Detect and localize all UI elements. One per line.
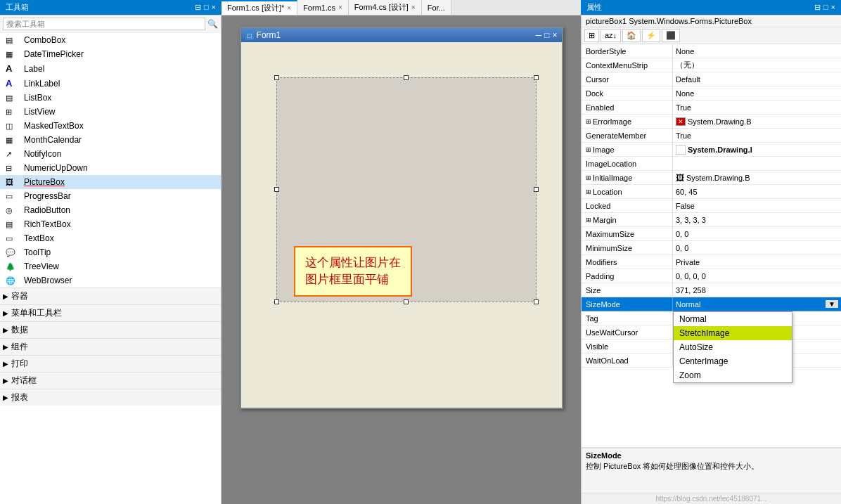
expand-icon-margin[interactable]: ⊞ — [586, 217, 591, 224]
toolbox-search-input[interactable] — [3, 18, 205, 30]
toolbox-search-row: 🔍 — [0, 15, 221, 33]
props-table: BorderStyle None ContextMenuStrip （无） Cu… — [582, 44, 841, 447]
toolbox-float-btn[interactable]: □ — [204, 3, 209, 12]
props-component-selector[interactable]: pictureBox1 System.Windows.Forms.Picture… — [582, 15, 841, 27]
dropdown-option-zoom[interactable]: Zoom — [674, 368, 792, 382]
tab-close-0[interactable]: × — [287, 4, 291, 12]
datetimepicker-icon: ▦ — [6, 50, 20, 59]
toolbox-group-data[interactable]: ▶ 数据 — [0, 321, 221, 338]
toolbox-item-treeview[interactable]: 🌲 TreeView — [0, 259, 221, 273]
notifyicon-icon: ↗ — [6, 150, 20, 159]
progressbar-icon: ▭ — [6, 192, 20, 201]
tab-form1-cs[interactable]: Form1.cs × — [297, 0, 349, 15]
expand-icon-image[interactable]: ⊞ — [586, 146, 591, 153]
toolbox-item-listview[interactable]: ⊞ ListView — [0, 105, 221, 119]
props-row-dock: Dock None — [582, 86, 841, 101]
group-arrow-menu: ▶ — [3, 309, 8, 317]
toolbox-item-monthcalendar[interactable]: ▦ MonthCalendar — [0, 133, 221, 147]
props-toolbar: ⊞ az↓ 🏠 ⚡ ⬛ — [582, 27, 841, 44]
props-pin-btn[interactable]: ⊟ — [814, 3, 821, 12]
toolbox-item-progressbar[interactable]: ▭ ProgressBar — [0, 189, 221, 203]
group-arrow-data: ▶ — [3, 326, 8, 334]
handle-tl — [274, 75, 279, 80]
treeview-icon: 🌲 — [6, 262, 20, 271]
props-close-btn[interactable]: × — [831, 3, 835, 12]
form-maximize-btn[interactable]: □ — [544, 30, 549, 40]
handle-bm — [404, 299, 409, 304]
props-row-sizemode[interactable]: SizeMode Normal ▼ Normal StretchImage Au… — [582, 297, 841, 311]
props-filter-btn[interactable]: ⬛ — [662, 29, 680, 42]
tab-form4-design[interactable]: Form4.cs [设计] × — [349, 0, 422, 15]
group-arrow-container: ▶ — [3, 292, 8, 300]
props-alphabetical-btn[interactable]: az↓ — [601, 29, 621, 42]
monthcalendar-icon: ▦ — [6, 136, 20, 145]
toolbox-pin-btn[interactable]: ⊟ — [195, 3, 201, 12]
expand-icon-initialimage[interactable]: ⊞ — [586, 174, 591, 181]
toolbox-list: ▤ ComboBox ▦ DateTimePicker A Label A Li… — [0, 33, 221, 504]
toolbox-item-combobox[interactable]: ▤ ComboBox — [0, 33, 221, 47]
tooltip-annotation: 这个属性让图片在图片框里面平铺 — [294, 246, 412, 297]
props-row-initialimage: ⊞InitialImage 🖼 System.Drawing.B — [582, 171, 841, 185]
toolbox-item-datetimepicker[interactable]: ▦ DateTimePicker — [0, 47, 221, 61]
form-icon: □ — [245, 31, 254, 40]
tab-close-2[interactable]: × — [411, 4, 416, 11]
props-row-size: Size 371, 258 — [582, 283, 841, 297]
props-row-borderstyle: BorderStyle None — [582, 44, 841, 58]
toolbox-group-component[interactable]: ▶ 组件 — [0, 338, 221, 355]
handle-bl — [274, 299, 279, 304]
toolbox-item-radiobutton[interactable]: ◎ RadioButton — [0, 203, 221, 217]
image-icon — [676, 145, 686, 155]
toolbox-group-menu[interactable]: ▶ 菜单和工具栏 — [0, 304, 221, 321]
toolbox-item-listbox[interactable]: ▤ ListBox — [0, 91, 221, 105]
group-arrow-print: ▶ — [3, 360, 8, 368]
props-events-btn[interactable]: ⚡ — [642, 29, 660, 42]
tab-form1-design[interactable]: Form1.cs [设计]* × — [222, 0, 297, 15]
properties-titlebar: 属性 ⊟ □ × — [581, 0, 841, 15]
component-name: pictureBox1 System.Windows.Forms.Picture… — [586, 17, 752, 25]
sizemode-dropdown-arrow[interactable]: ▼ — [826, 300, 838, 308]
props-row-image: ⊞Image System.Drawing.I — [582, 143, 841, 157]
tab-close-1[interactable]: × — [338, 4, 342, 11]
props-row-contextmenustrip: ContextMenuStrip （无） — [582, 58, 841, 72]
numericupdown-icon: ⊟ — [6, 164, 20, 173]
initial-image-icon: 🖼 — [676, 173, 684, 183]
dropdown-option-autosize[interactable]: AutoSize — [674, 340, 792, 354]
toolbox-panel: 🔍 ▤ ComboBox ▦ DateTimePicker A Label A — [0, 15, 222, 504]
toolbox-close-btn[interactable]: × — [212, 3, 216, 12]
props-row-margin: ⊞Margin 3, 3, 3, 3 — [582, 213, 841, 227]
toolbox-item-numericupdown[interactable]: ⊟ NumericUpDown — [0, 161, 221, 175]
toolbox-item-linklabel[interactable]: A LinkLabel — [0, 76, 221, 91]
search-icon: 🔍 — [207, 19, 218, 29]
toolbox-item-tooltip[interactable]: 💬 ToolTip — [0, 245, 221, 259]
form-minimize-btn[interactable]: ─ — [536, 30, 542, 40]
toolbox-item-textbox[interactable]: ▭ TextBox — [0, 231, 221, 245]
toolbox-group-print[interactable]: ▶ 打印 — [0, 355, 221, 372]
toolbox-item-label[interactable]: A Label — [0, 61, 221, 76]
expand-icon-location[interactable]: ⊞ — [586, 188, 591, 195]
dropdown-option-centerimage[interactable]: CenterImage — [674, 354, 792, 368]
toolbox-item-notifyicon[interactable]: ↗ NotifyIcon — [0, 147, 221, 161]
toolbox-group-container[interactable]: ▶ 容器 — [0, 287, 221, 304]
toolbox-item-picturebox[interactable]: 🖼 PictureBox — [0, 175, 221, 189]
dropdown-option-stretchimage[interactable]: StretchImage — [674, 326, 792, 340]
tab-for[interactable]: For... — [422, 0, 451, 15]
linklabel-icon: A — [6, 78, 20, 89]
toolbox-group-dialog[interactable]: ▶ 对话框 — [0, 372, 221, 389]
properties-title: 属性 — [586, 2, 602, 13]
props-float-btn[interactable]: □ — [823, 3, 828, 12]
dropdown-option-normal[interactable]: Normal — [674, 312, 792, 326]
form-window[interactable]: □ Form1 ─ □ × — [240, 27, 563, 409]
sizemode-value: Normal — [676, 300, 700, 309]
form-titlebar: □ Form1 ─ □ × — [241, 28, 562, 42]
toolbox-item-richtextbox[interactable]: ▤ RichTextBox — [0, 217, 221, 231]
toolbox-item-webbrowser[interactable]: 🌐 WebBrowser — [0, 273, 221, 287]
props-categorize-btn[interactable]: ⊞ — [584, 29, 599, 42]
expand-icon-errorimage[interactable]: ⊞ — [586, 118, 591, 125]
form-title: Form1 — [257, 30, 281, 40]
toolbox-group-report[interactable]: ▶ 报表 — [0, 389, 221, 406]
props-properties-btn[interactable]: 🏠 — [622, 29, 641, 42]
props-row-enabled: Enabled True — [582, 101, 841, 115]
form-close-btn[interactable]: × — [552, 30, 557, 40]
toolbox-item-maskedtextbox[interactable]: ◫ MaskedTextBox — [0, 119, 221, 133]
tooltip-icon: 💬 — [6, 248, 20, 257]
